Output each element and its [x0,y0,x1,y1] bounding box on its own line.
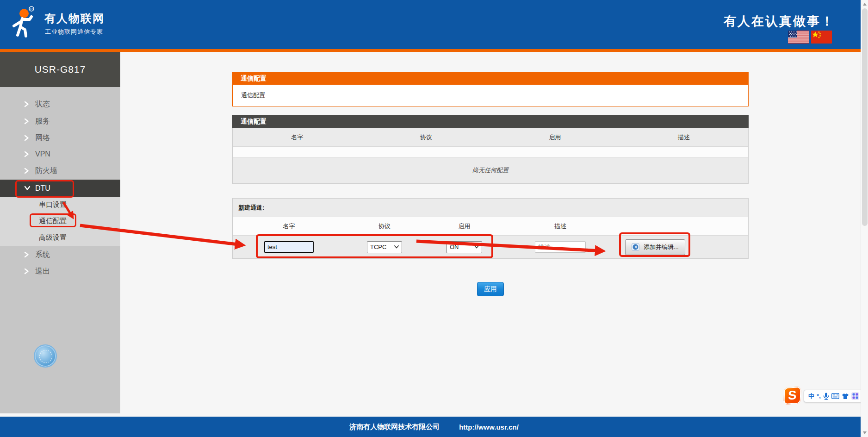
table-row [233,146,748,157]
scrollbar-down-arrow-icon[interactable] [863,431,867,434]
sidebar-item-label: DTU [35,180,50,197]
chevron-right-icon [24,135,29,141]
microphone-icon[interactable] [823,393,829,400]
description-input[interactable] [535,241,586,253]
form-column-description: 描述 [505,222,616,231]
chevron-right-icon [24,268,29,275]
ime-pill: 中 °, [804,390,864,402]
enable-select[interactable]: ON [446,241,482,253]
page-scrollbar[interactable] [861,0,868,437]
sidebar-item-logout[interactable]: 退出 [0,263,120,280]
empty-state-text: 尚无任何配置 [233,157,748,183]
ime-mode-toggle[interactable]: 中 [808,392,814,400]
brand-title: 有人物联网 [44,11,105,26]
sidebar-item-label: 网络 [35,130,50,146]
sidebar-item-label: 服务 [35,113,50,130]
chevron-down-icon [474,245,479,249]
footer-url[interactable]: http://www.usr.cn/ [459,423,519,431]
scrollbar-up-arrow-icon[interactable] [863,3,867,6]
chevron-right-icon [24,251,29,258]
form-title: 新建通道: [233,199,748,217]
header-slogan: 有人在认真做事！ [724,13,835,30]
svg-text:R: R [30,7,32,11]
sidebar-item-serial-settings[interactable]: 串口设置 [0,197,120,212]
column-header-protocol: 协议 [362,133,491,142]
sidebar-item-label: 串口设置 [39,197,67,212]
main-content: 通信配置 通信配置 通信配置 名字 协议 启用 描述 尚无任何配置 新建通道: … [232,72,749,331]
scrollbar-thumb[interactable] [862,8,868,226]
brand-roundel-badge [34,344,57,368]
skin-shirt-icon[interactable] [842,393,849,400]
protocol-select[interactable]: TCPC [367,241,402,253]
enable-select-value: ON [450,243,459,250]
add-edit-icon [632,243,639,251]
sidebar-item-label: 通信配置 [39,213,67,229]
sidebar-item-vpn[interactable]: VPN [0,146,120,162]
ime-toolbar: S 中 °, [784,386,865,406]
sidebar-item-services[interactable]: 服务 [0,113,120,130]
sidebar-item-network[interactable]: 网络 [0,130,120,146]
column-header-enable: 启用 [490,133,620,142]
form-column-name: 名字 [233,222,345,231]
apply-button[interactable]: 应用 [477,282,504,296]
sidebar-item-label: 高级设置 [39,230,67,245]
sidebar-item-label: 系统 [35,246,50,263]
table-title: 通信配置 [232,115,749,128]
sidebar-item-system[interactable]: 系统 [0,246,120,263]
chevron-right-icon [24,151,29,157]
add-and-edit-button[interactable]: 添加并编辑... [625,239,685,255]
ime-toolbox-icon[interactable] [851,392,859,400]
sidebar-item-label: 防火墙 [35,162,57,179]
sidebar-item-advanced-settings[interactable]: 高级设置 [0,230,120,245]
form-column-protocol: 协议 [345,222,424,231]
us-flag-icon[interactable] [788,31,809,44]
header-accent-strip [0,49,868,52]
form-column-enable: 启用 [424,222,505,231]
page-title: 通信配置 [232,72,749,85]
chevron-down-icon [394,245,399,249]
sidebar-item-status[interactable]: 状态 [0,96,120,112]
app-header: R 有人物联网 工业物联网通信专家 有人在认真做事！ [0,0,868,49]
footer-company: 济南有人物联网技术有限公司 [349,423,440,431]
new-channel-form: 新建通道: 名字 协议 启用 描述 TCPC ON [232,198,749,259]
sogou-logo-icon[interactable]: S [784,387,801,405]
sidebar-item-label: VPN [35,146,50,162]
chevron-right-icon [24,101,29,107]
page-footer: 济南有人物联网技术有限公司 http://www.usr.cn/ [0,417,868,437]
protocol-select-value: TCPC [370,243,386,250]
breadcrumb: 通信配置 [232,85,749,106]
add-button-label: 添加并编辑... [644,243,679,251]
device-model-title: USR-G817 [0,52,120,87]
sidebar-item-dtu[interactable]: DTU [0,180,120,197]
brand-logo-icon: R [8,6,38,43]
sidebar-item-firewall[interactable]: 防火墙 [0,162,120,179]
comm-config-table: 通信配置 名字 协议 启用 描述 尚无任何配置 [232,115,749,184]
china-flag-icon[interactable] [811,31,832,44]
chevron-right-icon [24,118,29,125]
chevron-down-icon [24,186,31,191]
sidebar-item-label: 退出 [35,263,50,280]
channel-name-input[interactable] [264,241,314,253]
brand-subtitle: 工业物联网通信专家 [45,28,103,36]
column-header-name: 名字 [233,133,362,142]
keyboard-icon[interactable] [831,393,839,399]
language-switcher [788,31,832,44]
ime-punctuation-toggle[interactable]: °, [817,393,821,400]
sidebar-item-label: 状态 [35,96,50,112]
sidebar-item-comm-config[interactable]: 通信配置 [0,213,120,229]
sidebar: USR-G817 状态 服务 网络 VPN 防火墙 DTU 串口设置 通信配置 … [0,52,120,413]
chevron-right-icon [24,168,29,174]
column-header-description: 描述 [620,133,749,142]
